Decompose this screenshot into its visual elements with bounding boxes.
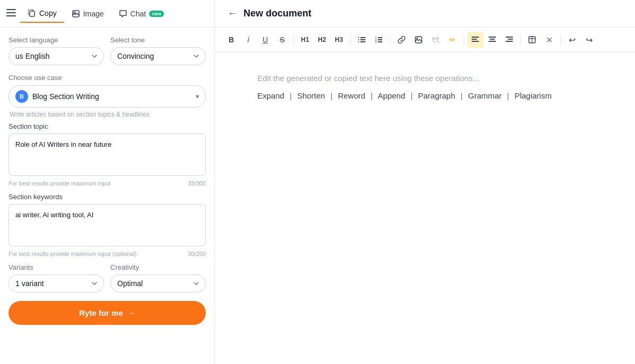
undo-button[interactable]: ↩ (564, 32, 580, 48)
svg-rect-24 (489, 37, 496, 38)
svg-rect-20 (472, 37, 479, 38)
ryte-for-me-button[interactable]: Ryte for me → (8, 301, 206, 325)
svg-rect-25 (490, 39, 495, 40)
bullet-list-button[interactable] (354, 32, 370, 48)
chat-icon (119, 10, 127, 18)
svg-text:3.: 3. (375, 40, 377, 43)
table-button[interactable] (524, 32, 540, 48)
doc-header: ← New document (215, 0, 635, 28)
top-nav: Copy Image Chat new (0, 0, 214, 28)
quote-button[interactable] (428, 32, 443, 48)
clear-format-button[interactable]: ✕ (541, 32, 557, 48)
use-case-value: Blog Section Writing (32, 92, 192, 101)
section-keywords-count: 30/250 (188, 251, 206, 257)
op-grammar[interactable]: Grammar (468, 91, 501, 100)
chat-badge: new (149, 11, 164, 17)
section-keywords-hint: For best results provide maximum input (… (8, 251, 136, 257)
image-insert-button[interactable] (411, 32, 427, 48)
h1-button[interactable]: H1 (297, 32, 313, 48)
form-area: Select language us English UK English Fr… (0, 28, 214, 364)
svg-rect-9 (360, 39, 366, 40)
tab-copy[interactable]: Copy (20, 5, 64, 23)
variants-label: Variants (8, 263, 104, 271)
use-case-chevron-icon: ▾ (196, 93, 199, 100)
italic-button[interactable]: i (240, 32, 256, 48)
editor-operations: Expand | Shorten | Reword | Append | Par… (257, 91, 593, 100)
language-tone-row: Select language us English UK English Fr… (8, 36, 206, 65)
svg-rect-11 (360, 41, 366, 42)
svg-rect-15 (378, 39, 382, 40)
h2-button[interactable]: H2 (314, 32, 330, 48)
toolbar-divider-5 (520, 34, 521, 45)
op-paragraph[interactable]: Paragraph (418, 91, 455, 100)
doc-title: New document (243, 8, 311, 19)
editor-content-area[interactable]: Edit the generated or copied text here u… (215, 52, 635, 364)
language-group: Select language us English UK English Fr… (8, 36, 104, 65)
align-left-button[interactable] (467, 32, 483, 48)
svg-point-10 (358, 41, 359, 42)
use-case-description: Write articles based on section topics &… (8, 111, 206, 118)
variants-select[interactable]: 1 variant 2 variants 3 variants (8, 274, 104, 292)
variants-group: Variants 1 variant 2 variants 3 variants (8, 263, 104, 292)
tab-chat[interactable]: Chat new (111, 5, 171, 22)
tone-label: Select tone (110, 36, 206, 44)
h3-button[interactable]: H3 (331, 32, 347, 48)
section-topic-input[interactable]: Role of AI Writers in near future (8, 134, 206, 176)
tab-chat-label: Chat (131, 10, 146, 18)
language-select[interactable]: us English UK English French German Span… (8, 47, 104, 65)
op-shorten[interactable]: Shorten (297, 91, 325, 100)
use-case-select[interactable]: B Blog Section Writing ▾ (8, 85, 206, 108)
left-panel: Copy Image Chat new (0, 0, 215, 364)
use-case-icon: B (15, 90, 28, 103)
svg-rect-13 (378, 37, 382, 38)
menu-button[interactable] (2, 6, 20, 22)
tab-image[interactable]: Image (64, 5, 111, 22)
svg-rect-21 (472, 39, 477, 40)
strikethrough-button[interactable]: S (274, 32, 290, 48)
tab-copy-label: Copy (39, 9, 57, 17)
section-topic-group: Section topic Role of AI Writers in near… (8, 122, 206, 187)
back-button[interactable]: ← (228, 8, 237, 19)
use-case-group: Choose use case B Blog Section Writing ▾… (8, 73, 206, 118)
op-plagiarism[interactable]: Plagiarism (515, 91, 552, 100)
section-topic-label: Section topic (8, 122, 206, 130)
creativity-label: Creativity (110, 263, 206, 271)
ordered-list-button[interactable]: 1.2.3. (371, 32, 387, 48)
section-topic-meta: For best results provide maximum input 3… (8, 180, 206, 187)
highlight-button[interactable]: ✏ (445, 32, 460, 48)
copy-icon (28, 9, 36, 17)
ryte-btn-label: Ryte for me (79, 308, 123, 317)
svg-rect-7 (360, 37, 366, 38)
tab-image-label: Image (83, 10, 104, 18)
svg-rect-22 (472, 41, 479, 42)
tone-select[interactable]: Convincing Formal Casual Professional Fr… (110, 47, 206, 65)
section-topic-count: 33/300 (188, 180, 206, 187)
op-reword[interactable]: Reword (338, 91, 366, 100)
op-expand[interactable]: Expand (257, 91, 284, 100)
editor-placeholder: Edit the generated or copied text here u… (257, 74, 593, 83)
image-icon (72, 10, 80, 18)
svg-point-19 (416, 38, 417, 39)
use-case-label: Choose use case (8, 74, 62, 82)
toolbar-divider-4 (464, 34, 464, 45)
link-button[interactable] (394, 32, 410, 48)
section-keywords-input[interactable]: ai writer, Ai writing tool, AI (8, 204, 206, 246)
right-panel: ← New document B i U S H1 H2 H3 1.2.3. ✏ (215, 0, 635, 364)
toolbar-divider-3 (390, 34, 390, 45)
svg-point-6 (358, 37, 359, 38)
redo-button[interactable]: ↪ (581, 32, 597, 48)
svg-rect-2 (6, 15, 16, 16)
align-right-button[interactable] (501, 32, 517, 48)
svg-rect-30 (506, 41, 513, 42)
align-center-button[interactable] (484, 32, 500, 48)
underline-button[interactable]: U (257, 32, 273, 48)
op-append[interactable]: Append (378, 91, 405, 100)
tone-group: Select tone Convincing Formal Casual Pro… (110, 36, 206, 65)
section-keywords-group: Section keywords ai writer, Ai writing t… (8, 193, 206, 257)
creativity-group: Creativity Optimal Low Medium High (110, 263, 206, 292)
creativity-select[interactable]: Optimal Low Medium High (110, 274, 206, 292)
section-keywords-label: Section keywords (8, 193, 206, 201)
language-label: Select language (8, 36, 104, 44)
bold-button[interactable]: B (223, 32, 239, 48)
svg-rect-26 (489, 41, 496, 42)
